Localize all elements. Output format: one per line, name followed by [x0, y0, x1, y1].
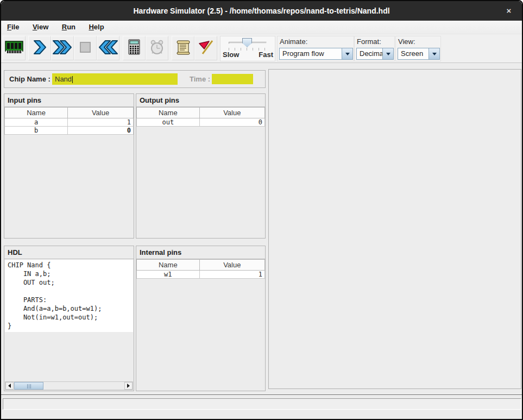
- pin-value-cell[interactable]: 1: [68, 118, 134, 127]
- chevron-down-icon[interactable]: [429, 48, 439, 59]
- evaluate-button[interactable]: [123, 36, 146, 60]
- single-step-button[interactable]: [28, 36, 51, 60]
- slider-thumb[interactable]: [242, 38, 252, 47]
- run-button[interactable]: [51, 36, 74, 60]
- bottom-divider: [1, 394, 522, 396]
- output-pins-panel: Output pins Name Value out 0: [136, 93, 266, 239]
- hdl-code-view[interactable]: CHIP Nand { IN a,b; OUT out; PARTS: And(…: [5, 260, 133, 332]
- pin-value-cell: 0: [199, 118, 264, 127]
- pin-name-cell: w1: [137, 271, 200, 279]
- view-script-button[interactable]: [172, 36, 194, 60]
- internal-pins-title: Internal pins: [136, 246, 265, 259]
- table-row: out 0: [137, 118, 265, 127]
- format-group: Format: Decimal: [354, 36, 395, 61]
- input-pins-panel: Input pins Name Value a 1 b 0: [4, 93, 134, 239]
- chip-name-text: Nand: [55, 75, 72, 83]
- step-forward-icon: [33, 39, 47, 58]
- chip-display-panel: [268, 69, 521, 389]
- stop-square-icon: [77, 39, 93, 58]
- input-pins-title: Input pins: [4, 94, 134, 107]
- slider-slow-label: Slow: [223, 51, 239, 59]
- view-select[interactable]: Screen: [398, 48, 440, 60]
- format-selected-value: Decimal: [357, 48, 382, 59]
- menu-help[interactable]: Help: [87, 21, 105, 34]
- chip-name-input[interactable]: Nand: [52, 73, 178, 85]
- input-pins-table: Name Value a 1 b 0: [4, 107, 134, 135]
- format-label: Format:: [357, 37, 381, 46]
- hdl-horizontal-scrollbar[interactable]: [5, 381, 133, 390]
- animate-label: Animate:: [280, 37, 307, 46]
- view-label: View:: [398, 37, 415, 46]
- column-header-value: Value: [68, 108, 134, 118]
- chip-name-label: Chip Name :: [9, 71, 51, 87]
- status-message-bar: [3, 398, 521, 410]
- titlebar[interactable]: Hardware Simulator (2.5) - /home/thomas/…: [1, 1, 522, 21]
- rewind-icon: [98, 39, 118, 58]
- time-label: Time :: [190, 71, 210, 87]
- scroll-right-icon[interactable]: [124, 382, 133, 390]
- hardware-simulator-window: Hardware Simulator (2.5) - /home/thomas/…: [0, 0, 523, 420]
- chip-name-bar: Chip Name : Nand Time :: [4, 70, 266, 88]
- column-header-value: Value: [199, 260, 264, 271]
- table-row: w1 1: [137, 271, 265, 279]
- hdl-code-text: CHIP Nand { IN a,b; OUT out; PARTS: And(…: [5, 260, 133, 330]
- column-header-name: Name: [5, 108, 68, 118]
- menu-view[interactable]: View: [31, 21, 50, 34]
- column-header-name: Name: [137, 260, 200, 271]
- pin-value-cell: 1: [199, 271, 264, 279]
- pin-name-cell: out: [137, 118, 200, 127]
- menubar: File View Run Help: [1, 21, 522, 34]
- alarm-clock-icon: [148, 39, 166, 58]
- pin-name-cell: b: [5, 127, 68, 135]
- table-row: a 1: [5, 118, 134, 127]
- pin-name-cell: a: [5, 118, 68, 127]
- pin-value-cell-active[interactable]: 0: [68, 127, 134, 135]
- column-header-name: Name: [137, 108, 200, 118]
- internal-pins-panel: Internal pins Name Value w1 1: [136, 246, 266, 391]
- slider-fast-label: Fast: [259, 51, 273, 59]
- output-pins-table: Name Value out 0: [136, 107, 265, 127]
- column-header-value: Value: [199, 108, 264, 118]
- time-field: [212, 74, 253, 84]
- reset-button[interactable]: [97, 36, 119, 60]
- menu-run[interactable]: Run: [60, 21, 77, 34]
- chevron-down-icon[interactable]: [382, 48, 393, 59]
- close-icon[interactable]: ×: [502, 1, 515, 21]
- red-flag-icon: [198, 39, 214, 58]
- output-pins-title: Output pins: [136, 94, 265, 107]
- menu-file[interactable]: File: [5, 21, 21, 34]
- speed-slider-panel: Slow Fast: [220, 36, 275, 61]
- hdl-title: HDL: [4, 246, 134, 259]
- view-group: View: Screen: [395, 36, 441, 61]
- fast-forward-icon: [52, 39, 73, 58]
- memory-chip-icon: [5, 40, 23, 57]
- clock-button-disabled: [146, 36, 168, 60]
- scrollbar-thumb[interactable]: [14, 382, 43, 390]
- calculator-icon: [127, 39, 142, 58]
- format-select[interactable]: Decimal: [356, 48, 394, 60]
- breakpoints-button[interactable]: [194, 36, 217, 60]
- animate-select[interactable]: Program flow: [279, 48, 353, 60]
- load-chip-button[interactable]: [3, 36, 26, 60]
- animate-group: Animate: Program flow: [277, 36, 354, 61]
- chevron-down-icon[interactable]: [342, 48, 352, 59]
- table-row: b 0: [5, 127, 134, 135]
- scroll-left-icon[interactable]: [5, 382, 14, 390]
- animate-selected-value: Program flow: [280, 48, 342, 59]
- stop-button[interactable]: [74, 36, 97, 60]
- text-caret: [72, 76, 73, 83]
- toolbar: Slow Fast Animate: Program flow Format: …: [1, 34, 522, 63]
- window-title: Hardware Simulator (2.5) - /home/thomas/…: [1, 1, 522, 21]
- internal-pins-table: Name Value w1 1: [136, 259, 265, 279]
- view-selected-value: Screen: [398, 48, 429, 59]
- hdl-panel: HDL CHIP Nand { IN a,b; OUT out; PARTS: …: [4, 246, 134, 391]
- scroll-script-icon: [175, 39, 191, 58]
